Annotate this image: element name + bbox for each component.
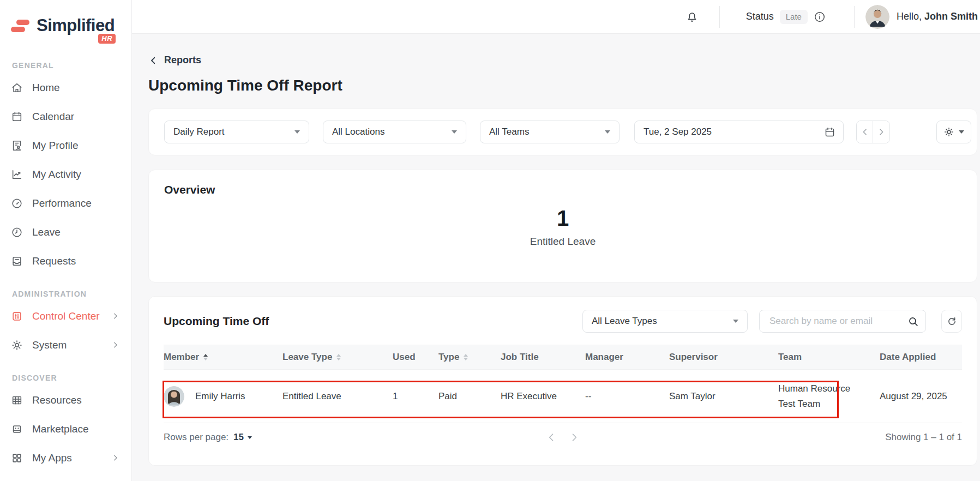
app-window: Simplified HR GENERAL Home Calendar My P… bbox=[0, 0, 980, 481]
breadcrumb[interactable]: Reports bbox=[148, 55, 201, 66]
sidebar-item-home[interactable]: Home bbox=[11, 73, 123, 102]
brand-name: Simplified bbox=[37, 16, 115, 35]
apps-icon bbox=[11, 452, 23, 464]
column-header-type[interactable]: Type bbox=[438, 352, 501, 363]
rows-per-page-select[interactable]: 15 bbox=[233, 432, 252, 443]
date-nav bbox=[856, 121, 890, 143]
prev-page-button[interactable] bbox=[546, 432, 557, 443]
sidebar-item-system[interactable]: System bbox=[11, 330, 123, 359]
info-icon[interactable] bbox=[814, 11, 826, 23]
sidebar-item-marketplace[interactable]: Marketplace bbox=[11, 414, 123, 443]
sidebar-item-my-apps[interactable]: My Apps bbox=[11, 443, 123, 472]
leave-type-select[interactable]: All Leave Types bbox=[582, 310, 748, 333]
status-label: Status bbox=[746, 11, 774, 22]
column-header-date-applied: Date Applied bbox=[880, 352, 962, 363]
column-header-member[interactable]: Member bbox=[164, 352, 282, 363]
chevron-left-icon bbox=[148, 56, 158, 65]
table-header-row: Member Leave Type Used Type Job Title Ma… bbox=[164, 345, 962, 370]
calendar-icon bbox=[11, 111, 23, 123]
caret-down-icon bbox=[605, 130, 610, 134]
sidebar-item-label: Calendar bbox=[32, 111, 74, 123]
column-header-manager: Manager bbox=[585, 352, 669, 363]
sidebar-item-label: My Apps bbox=[32, 452, 72, 464]
sidebar-item-leave[interactable]: Leave bbox=[11, 218, 123, 246]
overview-stat: 1 Entitled Leave bbox=[164, 206, 961, 248]
overview-title: Overview bbox=[164, 183, 961, 196]
chevron-right-icon bbox=[111, 454, 119, 462]
report-type-select[interactable]: Daily Report bbox=[164, 121, 309, 143]
column-header-leave-type[interactable]: Leave Type bbox=[282, 352, 393, 363]
notifications-bell-icon[interactable] bbox=[686, 10, 719, 23]
leave-type-value: All Leave Types bbox=[592, 316, 657, 327]
sidebar-item-label: Marketplace bbox=[32, 423, 89, 435]
sidebar-section-general: GENERAL bbox=[12, 61, 123, 70]
sidebar-item-requests[interactable]: Requests bbox=[11, 246, 123, 275]
next-page-button[interactable] bbox=[569, 432, 580, 443]
search-input[interactable] bbox=[768, 315, 907, 327]
sidebar-item-label: My Activity bbox=[32, 169, 81, 181]
column-header-job-title: Job Title bbox=[501, 352, 585, 363]
settings-dropdown-button[interactable] bbox=[936, 121, 971, 143]
section-title: Upcoming Time Off bbox=[164, 315, 269, 328]
table-row[interactable]: Emily Harris Entitled Leave 1 Paid HR Ex… bbox=[164, 370, 962, 423]
team-select[interactable]: All Teams bbox=[480, 121, 620, 143]
column-header-team: Team bbox=[778, 352, 880, 363]
stat-label: Entitled Leave bbox=[164, 236, 961, 248]
caret-down-icon bbox=[452, 130, 457, 134]
gear-icon bbox=[11, 339, 23, 351]
search-box bbox=[759, 310, 926, 333]
sidebar-item-control-center[interactable]: Control Center bbox=[11, 302, 123, 330]
member-avatar bbox=[164, 386, 184, 407]
sidebar-item-resources[interactable]: Resources bbox=[11, 386, 123, 414]
home-icon bbox=[11, 82, 23, 94]
calendar-icon bbox=[824, 127, 835, 138]
sliders-icon bbox=[11, 310, 23, 322]
brand-logo[interactable]: Simplified HR bbox=[0, 0, 131, 40]
location-select[interactable]: All Locations bbox=[323, 121, 466, 143]
cell-job-title: HR Executive bbox=[501, 391, 585, 402]
date-value: Tue, 2 Sep 2025 bbox=[644, 127, 712, 137]
search-icon[interactable] bbox=[907, 316, 919, 327]
date-picker[interactable]: Tue, 2 Sep 2025 bbox=[634, 121, 844, 143]
cell-manager: -- bbox=[585, 391, 669, 402]
page-title: Upcoming Time Off Report bbox=[148, 77, 977, 94]
prev-date-button[interactable] bbox=[857, 121, 873, 143]
greeting-text: Hello, John Smith bbox=[897, 11, 978, 22]
caret-down-icon bbox=[959, 130, 964, 134]
user-avatar bbox=[865, 5, 889, 29]
user-menu[interactable]: Hello, John Smith bbox=[855, 5, 978, 29]
refresh-button[interactable] bbox=[941, 310, 962, 333]
sidebar-item-label: My Profile bbox=[32, 140, 78, 152]
filters-bar: Daily Report All Locations All Teams Tue… bbox=[148, 109, 977, 155]
chevron-right-icon bbox=[111, 312, 119, 320]
sidebar-item-my-activity[interactable]: My Activity bbox=[11, 160, 123, 189]
clock-icon bbox=[11, 226, 23, 238]
user-name: John Smith bbox=[924, 11, 978, 22]
caret-down-icon bbox=[248, 436, 252, 439]
sidebar-item-calendar[interactable]: Calendar bbox=[11, 102, 123, 131]
cell-type: Paid bbox=[438, 391, 501, 402]
sidebar: Simplified HR GENERAL Home Calendar My P… bbox=[0, 0, 132, 481]
sidebar-item-label: Home bbox=[32, 82, 60, 94]
sidebar-section-discover: DISCOVER bbox=[12, 374, 123, 382]
rows-per-page-label: Rows per page: bbox=[164, 432, 229, 443]
status-badge: Late bbox=[780, 10, 808, 24]
column-header-used: Used bbox=[393, 352, 438, 363]
team-value: All Teams bbox=[489, 127, 529, 137]
sidebar-item-my-profile[interactable]: My Profile bbox=[11, 131, 123, 160]
cell-team: Human Resource Test Team bbox=[778, 381, 880, 412]
cell-used: 1 bbox=[393, 391, 438, 402]
sidebar-section-administration: ADMINISTRATION bbox=[12, 290, 123, 298]
next-date-button[interactable] bbox=[873, 121, 889, 143]
sidebar-item-label: System bbox=[32, 339, 67, 351]
caret-down-icon bbox=[733, 320, 738, 323]
cell-supervisor: Sam Taylor bbox=[669, 391, 778, 402]
location-value: All Locations bbox=[332, 127, 384, 137]
sidebar-item-performance[interactable]: Performance bbox=[11, 189, 123, 218]
stat-value: 1 bbox=[164, 206, 961, 230]
sidebar-item-label: Requests bbox=[32, 255, 76, 267]
main-content: Reports Upcoming Time Off Report Daily R… bbox=[132, 34, 980, 481]
report-type-value: Daily Report bbox=[173, 127, 225, 137]
sidebar-nav: GENERAL Home Calendar My Profile My Acti… bbox=[0, 40, 131, 472]
gear-icon bbox=[943, 127, 954, 137]
